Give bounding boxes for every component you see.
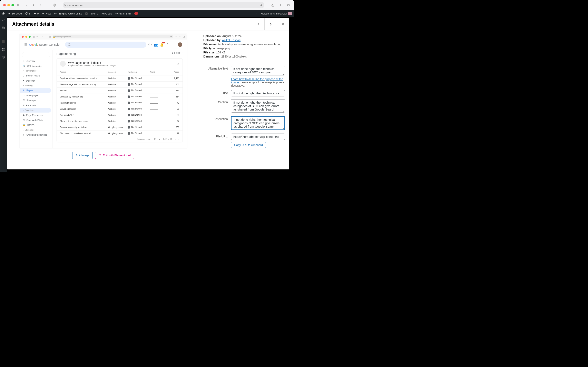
alt-text-field[interactable]: If not done right, then technical catego… (231, 66, 285, 75)
filter-icon: ⚞ (177, 63, 179, 65)
trend-sparkline (150, 79, 158, 79)
cell-pages: 368 (166, 126, 179, 128)
howdy-link[interactable]: Howdy, Srishti Panwar (261, 12, 292, 15)
window-close[interactable] (3, 4, 6, 6)
share-icon[interactable] (270, 3, 275, 8)
alt-help-text: Learn how to describe the purpose of the… (231, 77, 285, 87)
new-link[interactable]: New (42, 12, 51, 15)
collapse-icon[interactable] (2, 55, 6, 59)
yoast-icon[interactable] (85, 12, 88, 15)
window-minimize[interactable] (7, 4, 10, 6)
mail-icon[interactable] (2, 26, 6, 30)
updates-link[interactable]: 1 (25, 12, 30, 15)
edit-image-button[interactable]: Edit Image (72, 152, 93, 159)
nav-removals: ⊘Removals (20, 103, 52, 108)
svg-line-22 (70, 45, 70, 46)
forward-icon[interactable] (38, 3, 43, 8)
caption-field[interactable]: If not done right, then technical catego… (231, 99, 285, 113)
comments-link[interactable]: 0 (34, 12, 39, 15)
close-modal-button[interactable] (277, 18, 289, 30)
warning-icon: ! (128, 114, 130, 117)
nav-pages: 🗎Pages (20, 88, 51, 93)
window-zoom[interactable] (11, 4, 14, 6)
dashboard-icon[interactable] (2, 18, 6, 22)
shield-icon[interactable] (52, 3, 57, 8)
cell-trend (150, 90, 166, 92)
table-header: Reason Source ⓘ Validation ↓ Trend Pages (57, 69, 182, 75)
sierra-link[interactable]: Sierra (91, 12, 98, 15)
warning-icon: ! (128, 120, 130, 123)
wpcode-link[interactable]: WPCode (102, 12, 112, 15)
avatar (288, 12, 292, 15)
description-label: Description (203, 116, 228, 121)
svg-rect-15 (3, 48, 4, 49)
nav-shopping-tab: 🏷Shopping tab listings (20, 132, 52, 137)
wp-admin-bar: ZeroAdo 1 0 New WP Engine Quick Links Si… (0, 10, 294, 17)
new-tab-icon[interactable] (278, 3, 283, 8)
apps-icon: ⋮⋮⋮ (166, 43, 176, 47)
new-tab-icon: ＋ (179, 35, 181, 38)
fileurl-label: File URL: (203, 133, 228, 138)
reload-icon[interactable] (259, 3, 262, 7)
cell-trend (150, 83, 166, 86)
nav-experience: ▾Experience (20, 108, 51, 113)
traffic-lights (3, 4, 14, 6)
download-icon: ⬇ (172, 52, 173, 54)
sidebar-toggle-icon[interactable] (16, 3, 21, 8)
reload-icon: ⟳ (170, 36, 173, 38)
description-field[interactable]: If not done right, then technical catego… (231, 116, 285, 130)
cell-trend (150, 102, 166, 104)
gsc-brand: Search Console (39, 43, 60, 46)
wp-mail-link[interactable]: WP Mail SMTP 1 (115, 12, 138, 15)
cell-pages: 66 (166, 108, 179, 110)
cell-source: Website (108, 83, 128, 86)
cell-validation: !Not Started (128, 126, 150, 129)
rows-label: Rows per page: (137, 138, 151, 140)
new-label: New (45, 12, 51, 15)
tabs-icon[interactable] (286, 3, 291, 8)
chevron-down-icon[interactable]: ▾ (24, 3, 29, 8)
warning-icon: ! (128, 132, 130, 135)
wp-mail-label: WP Mail SMTP (115, 12, 133, 15)
svg-rect-17 (3, 50, 4, 50)
title-field[interactable] (231, 90, 285, 96)
fileurl-field[interactable] (231, 133, 285, 140)
avatar (178, 42, 182, 47)
hamburger-icon: ☰ (24, 43, 27, 47)
cell-source: Website (108, 108, 128, 110)
url-bar[interactable]: zeroado.com (63, 2, 264, 8)
cell-pages: 25 (166, 114, 179, 116)
warning-icon: ! (128, 95, 130, 98)
sparkle-icon[interactable] (255, 12, 258, 15)
wp-logo-icon[interactable] (2, 12, 5, 15)
site-link[interactable]: ZeroAdo (8, 12, 22, 15)
nav-performance: ▾Performance (20, 68, 52, 73)
yoast-side-icon[interactable] (2, 40, 6, 44)
meta-file-name: File name: technical-type-of-seo-can-giv… (203, 43, 285, 46)
cell-validation: !Not Started (128, 95, 150, 98)
edit-elementor-ai-button[interactable]: Edit with Elementor AI (95, 152, 134, 159)
sitemap-icon: 🗺 (23, 99, 25, 101)
nav-sitemaps: 🗺Sitemaps (20, 98, 52, 103)
sparkle-icon: ✱ (23, 79, 25, 82)
svg-rect-16 (2, 50, 3, 50)
shield-icon: ◑ (49, 36, 51, 38)
property-select (22, 52, 50, 57)
attachment-preview: ▥ ▾ ‹ › ◑ 🔒 search.google.com ⟳ ⇧ ＋ ❐ (20, 34, 187, 148)
modal-header: Attachment details (7, 18, 289, 31)
chevron-down-icon: ▾ (36, 36, 38, 38)
copy-url-button[interactable]: Copy URL to clipboard (231, 142, 266, 148)
cell-reason: Discovered - currently not indexed (60, 132, 108, 134)
safari-chrome: ▾ zeroado.com (0, 0, 294, 10)
cell-reason: Duplicate without user-selected canonica… (60, 77, 108, 80)
cell-validation: !Not Started (128, 108, 150, 110)
author-link[interactable]: Aniket Keshari (222, 39, 241, 42)
trend-sparkline (150, 85, 158, 85)
alt-text-label: Alternative Text (203, 66, 228, 70)
blocks-icon[interactable] (2, 48, 6, 52)
back-icon[interactable] (31, 3, 36, 8)
next-attachment-button[interactable] (264, 18, 277, 30)
people-icon: 👥 (154, 43, 158, 47)
wp-engine-link[interactable]: WP Engine Quick Links (54, 12, 82, 15)
prev-attachment-button[interactable] (252, 18, 264, 30)
